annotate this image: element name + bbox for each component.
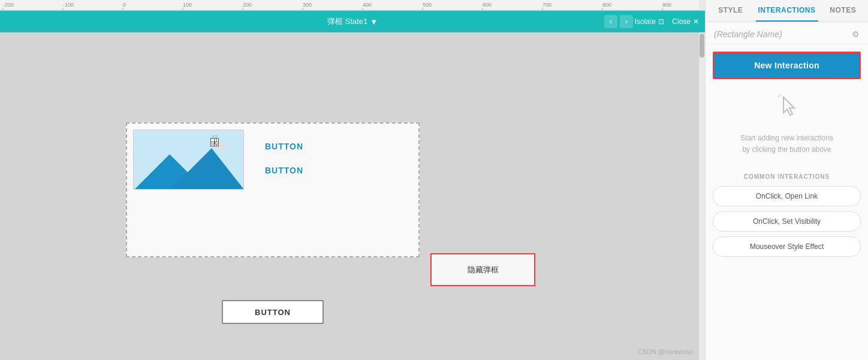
isolate-label: Isolate <box>635 17 656 26</box>
new-interaction-button[interactable]: New Interaction <box>713 52 861 79</box>
image-placeholder <box>133 130 244 190</box>
svg-text:100: 100 <box>183 2 192 8</box>
empty-state: Start adding new interactionsby clicking… <box>713 79 861 167</box>
svg-text:-200: -200 <box>3 2 14 8</box>
watermark: CSDN @noravinsc <box>638 348 693 355</box>
nav-next-button[interactable]: › <box>620 15 633 28</box>
cursor-icon <box>773 91 801 125</box>
close-icon: ✕ <box>693 17 699 26</box>
canvas-area: -200 -100 0 100 200 300 400 500 600 700 <box>0 0 705 360</box>
popup-button-1-label: BUTTON <box>265 142 303 151</box>
scrollbar-thumb[interactable] <box>700 34 704 58</box>
panel-content: New Interaction Start adding new interac… <box>706 44 868 360</box>
toolbar-frame-name: 弹框 State1 <box>327 16 367 27</box>
common-interactions-section: COMMON INTERACTIONS OnClick, Open Link O… <box>713 167 861 268</box>
svg-text:200: 200 <box>243 2 252 8</box>
popup-frame: BUTTON BUTTON <box>126 122 420 257</box>
onclick-open-link-button[interactable]: OnClick, Open Link <box>713 186 861 206</box>
bottom-button-label: BUTTON <box>255 308 291 317</box>
onclick-set-visibility-button[interactable]: OnClick, Set Visibility <box>713 211 861 232</box>
selected-element[interactable]: 隐藏弹框 <box>430 253 535 286</box>
nav-prev-button[interactable]: ‹ <box>604 15 617 28</box>
svg-text:800: 800 <box>602 2 611 8</box>
svg-text:600: 600 <box>483 2 492 8</box>
scroll-indicator <box>699 0 705 11</box>
svg-text:700: 700 <box>542 2 551 8</box>
handle-br <box>210 138 215 142</box>
settings-icon[interactable]: ⚙ <box>852 29 860 39</box>
mouseover-style-button[interactable]: Mouseover Style Effect <box>713 236 861 257</box>
toolbar-dropdown-icon[interactable]: ▼ <box>370 17 378 26</box>
ruler: -200 -100 0 100 200 300 400 500 600 700 <box>0 0 705 11</box>
svg-text:500: 500 <box>423 2 432 8</box>
common-interactions-label: COMMON INTERACTIONS <box>713 173 861 180</box>
vertical-scrollbar[interactable] <box>699 32 705 360</box>
selected-element-label: 隐藏弹框 <box>468 265 499 275</box>
svg-text:900: 900 <box>662 2 671 8</box>
tab-style-label: STYLE <box>718 6 743 14</box>
close-label: Close <box>672 17 691 26</box>
svg-text:300: 300 <box>303 2 312 8</box>
panel-title: (Rectangle Name) <box>714 29 782 39</box>
tab-notes[interactable]: NOTES <box>818 0 869 22</box>
bottom-button[interactable]: BUTTON <box>222 300 324 324</box>
canvas-workspace: BUTTON BUTTON ▽ <box>0 32 705 360</box>
tab-style[interactable]: STYLE <box>706 0 756 22</box>
close-button[interactable]: Close ✕ <box>672 17 699 26</box>
tab-notes-label: NOTES <box>830 6 856 14</box>
popup-button-1[interactable]: BUTTON <box>265 142 303 151</box>
svg-text:-100: -100 <box>63 2 74 8</box>
right-panel: STYLE INTERACTIONS NOTES (Rectangle Name… <box>705 0 868 360</box>
svg-text:0: 0 <box>123 2 126 8</box>
tab-interactions-label: INTERACTIONS <box>758 6 816 14</box>
isolate-icon: ⊡ <box>658 17 664 26</box>
popup-button-2[interactable]: BUTTON <box>265 166 303 175</box>
empty-state-text: Start adding new interactionsby clicking… <box>740 133 833 155</box>
panel-tabs: STYLE INTERACTIONS NOTES <box>706 0 868 22</box>
tab-interactions[interactable]: INTERACTIONS <box>756 0 818 22</box>
canvas-toolbar: 弹框 State1 ▼ ‹ › Isolate ⊡ Close ✕ <box>0 11 705 32</box>
svg-text:400: 400 <box>363 2 372 8</box>
panel-header: (Rectangle Name) ⚙ <box>706 22 868 44</box>
isolate-button[interactable]: Isolate ⊡ <box>635 17 664 26</box>
canvas-nav: ‹ › <box>604 15 633 28</box>
popup-button-2-label: BUTTON <box>265 166 303 175</box>
canvas-toolbar-title: 弹框 State1 ▼ <box>327 16 378 27</box>
